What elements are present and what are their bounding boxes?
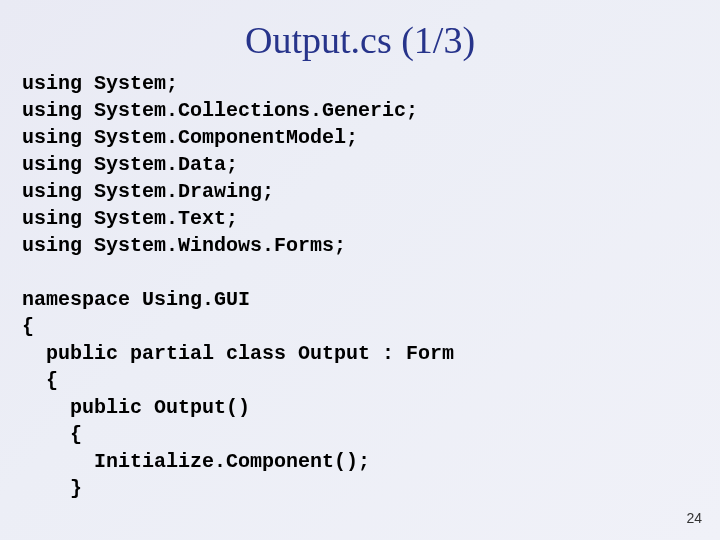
- page-number: 24: [686, 510, 702, 526]
- slide-title: Output.cs (1/3): [0, 0, 720, 70]
- code-block: using System; using System.Collections.G…: [0, 70, 720, 502]
